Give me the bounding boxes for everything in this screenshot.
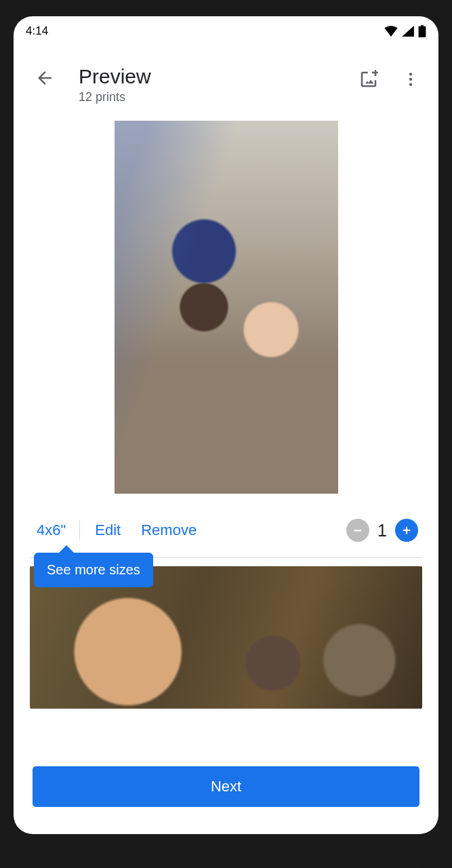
next-button-label: Next: [211, 778, 241, 795]
size-selector[interactable]: 4x6": [37, 521, 66, 539]
svg-point-2: [409, 73, 412, 75]
app-bar: Preview 12 prints: [14, 46, 438, 104]
photo-preview-2[interactable]: [30, 566, 422, 709]
cell-icon: [402, 26, 414, 37]
tooltip-text: See more sizes: [47, 562, 140, 577]
header-titles: Preview 12 prints: [79, 65, 346, 104]
status-icons: [384, 25, 426, 37]
svg-rect-7: [406, 527, 407, 534]
page-title: Preview: [79, 65, 346, 87]
add-photo-button[interactable]: [358, 69, 379, 92]
svg-rect-0: [421, 25, 424, 26]
app-bar-actions: [358, 69, 419, 92]
battery-icon: [418, 25, 426, 37]
svg-point-4: [409, 83, 412, 85]
controls-row: 4x6" Edit Remove 1: [14, 506, 438, 555]
footer: Next: [14, 766, 438, 834]
minus-icon: [352, 524, 364, 536]
arrow-left-icon: [35, 68, 55, 88]
wifi-icon: [384, 26, 398, 37]
back-button[interactable]: [28, 68, 61, 88]
increment-button[interactable]: [395, 519, 418, 542]
edit-button[interactable]: Edit: [95, 521, 121, 539]
remove-button[interactable]: Remove: [141, 521, 197, 539]
quantity-stepper: 1: [346, 519, 418, 542]
quantity-value: 1: [377, 521, 387, 540]
add-photo-icon: [358, 69, 379, 90]
svg-rect-5: [354, 530, 362, 531]
plus-icon: [400, 524, 413, 536]
more-button[interactable]: [402, 71, 419, 91]
status-time: 4:14: [26, 24, 48, 38]
page-subtitle: 12 prints: [79, 90, 346, 104]
decrement-button[interactable]: [346, 519, 369, 542]
status-bar: 4:14: [14, 16, 438, 46]
more-vert-icon: [402, 71, 419, 88]
svg-rect-1: [419, 26, 426, 37]
main-content: 4x6" Edit Remove 1 See mor: [14, 104, 438, 757]
next-button[interactable]: Next: [33, 766, 419, 807]
divider: [79, 520, 80, 540]
svg-point-3: [409, 78, 412, 81]
photo-preview[interactable]: [115, 121, 338, 494]
tooltip-see-more-sizes[interactable]: See more sizes: [34, 553, 153, 587]
